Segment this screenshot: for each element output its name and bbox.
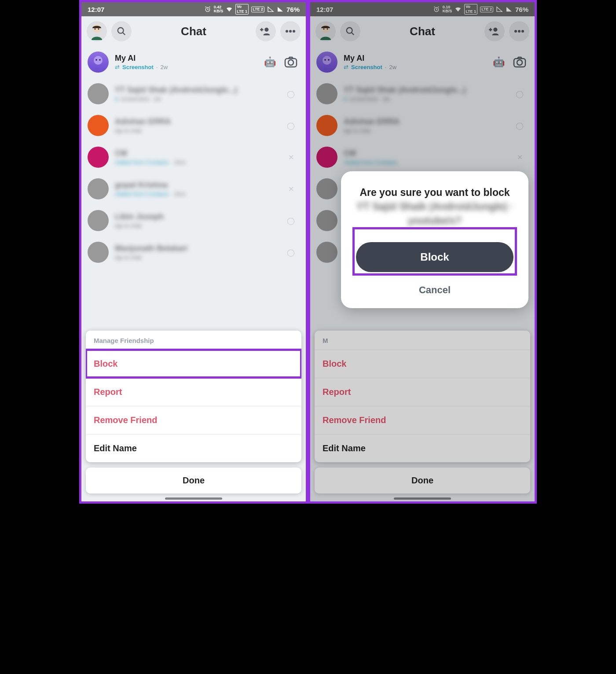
chat-list[interactable]: My AI ⇄ Screenshot · 2w 🤖 YT Sajid S — [81, 46, 306, 268]
screenshot-icon: ⇄ — [115, 64, 120, 70]
status-right: 0.42KB/S VoLTE 1 LTE 2 76% — [204, 4, 300, 15]
chat-subtitle: ⇄ Screenshot · 2w — [344, 64, 493, 70]
chat-row-blurred[interactable]: YT Sajid Shak (AndroidJungle...)● screen… — [310, 78, 535, 110]
remove-friend-option[interactable]: Remove Friend — [315, 406, 530, 434]
status-bar: 12:07 0.42KB/S VoLTE 1 LTE 2 76% — [81, 2, 306, 16]
svg-point-19 — [493, 28, 497, 32]
bitmoji-icon — [88, 22, 106, 40]
chat-row-blurred[interactable]: Adishan ERRAtap to chat◯ — [310, 110, 535, 141]
alarm-icon — [204, 6, 211, 13]
more-button[interactable] — [509, 21, 529, 41]
page-title: Chat — [181, 25, 206, 38]
signal-icon-2 — [277, 6, 284, 13]
svg-point-17 — [327, 29, 328, 30]
svg-point-11 — [99, 59, 101, 61]
camera-icon — [284, 56, 297, 68]
phone-left: 12:07 0.42KB/S VoLTE 1 LTE 2 76% — [79, 0, 308, 504]
chat-row-myai[interactable]: My AI ⇄ Screenshot · 2w 🤖 — [310, 46, 535, 78]
report-option[interactable]: Report — [86, 378, 301, 406]
block-confirm-dialog: Are you sure you want to block YT Sajid … — [341, 171, 528, 308]
svg-point-9 — [94, 56, 103, 65]
signal-icon-2 — [506, 6, 513, 13]
phone-right: 12:07 0.10KB/S VoLTE 1 LTE 2 76% — [308, 0, 537, 504]
status-time: 12:07 — [316, 6, 333, 13]
svg-point-24 — [324, 59, 326, 61]
svg-point-10 — [95, 59, 97, 61]
manage-friendship-sheet: M Block Report Remove Friend Edit Name D… — [315, 331, 530, 494]
wifi-icon — [455, 6, 462, 13]
profile-avatar-button[interactable] — [315, 21, 336, 41]
sheet-title: M — [315, 331, 530, 350]
status-bar: 12:07 0.10KB/S VoLTE 1 LTE 2 76% — [310, 2, 535, 16]
avatar-myai — [316, 52, 337, 73]
status-kbs: 0.10KB/S — [443, 5, 452, 13]
add-friend-button[interactable] — [484, 21, 505, 41]
svg-point-1 — [93, 25, 101, 33]
chat-row-blurred[interactable]: Adishan ERRAtap to chat◯ — [81, 110, 306, 141]
camera-button[interactable] — [282, 53, 300, 71]
camera-icon — [513, 56, 526, 68]
search-icon — [345, 26, 355, 36]
cancel-button[interactable]: Cancel — [353, 284, 516, 296]
dialog-message: Are you sure you want to block YT Sajid … — [353, 185, 516, 228]
camera-button[interactable] — [511, 53, 528, 71]
chat-row-blurred[interactable]: YT Sajid Shak (AndroidJungle...)● screen… — [81, 78, 306, 110]
search-button[interactable] — [111, 21, 132, 41]
chat-row-blurred[interactable]: Libin Josephtap to chat◯ — [81, 205, 306, 236]
report-option[interactable]: Report — [315, 378, 530, 406]
chat-row-myai[interactable]: My AI ⇄ Screenshot · 2w 🤖 — [81, 46, 306, 78]
chat-header: Chat — [310, 16, 535, 46]
lte2-icon: LTE 2 — [480, 7, 493, 12]
block-option[interactable]: Block — [86, 350, 301, 378]
lte1-icon: VoLTE 1 — [235, 4, 249, 15]
chat-row-blurred[interactable]: CMAdded from Contacts · 3mo✕ — [81, 141, 306, 173]
signal-icon-1 — [496, 6, 503, 13]
more-button[interactable] — [280, 21, 301, 41]
ellipsis-icon — [514, 29, 524, 33]
chat-name: My AI — [344, 54, 493, 63]
status-right: 0.10KB/S VoLTE 1 LTE 2 76% — [433, 4, 528, 15]
search-icon — [117, 26, 126, 36]
svg-point-20 — [514, 30, 517, 33]
edit-name-option[interactable]: Edit Name — [315, 434, 530, 462]
chat-row-blurred[interactable]: gopal KrishnaAdded from Contacts · 3mo✕ — [81, 173, 306, 205]
avatar-myai — [88, 52, 109, 73]
svg-point-6 — [286, 30, 288, 33]
svg-point-25 — [328, 59, 330, 61]
screenshot-icon: ⇄ — [344, 64, 348, 70]
lte2-icon: LTE 2 — [251, 7, 264, 12]
chat-row-blurred[interactable]: Manjunath Belakaritap to chat◯ — [81, 236, 306, 268]
confirm-block-button[interactable]: Block — [356, 242, 513, 272]
status-battery: 76% — [286, 6, 300, 13]
block-option[interactable]: Block — [315, 350, 530, 378]
done-button[interactable]: Done — [86, 468, 301, 494]
bot-avatar-icon — [318, 53, 336, 71]
svg-point-3 — [98, 29, 99, 30]
chat-header: Chat — [81, 16, 306, 46]
chat-name: My AI — [115, 54, 264, 63]
svg-point-23 — [323, 56, 331, 65]
manage-friendship-sheet: Manage Friendship Block Report Remove Fr… — [86, 331, 301, 494]
chat-row-blurred[interactable]: CMAdded from Contacts✕ — [310, 141, 535, 173]
camera-button[interactable]: ◯ — [282, 85, 300, 103]
sheet-title: Manage Friendship — [86, 331, 301, 350]
svg-point-21 — [518, 30, 521, 33]
add-friend-button[interactable] — [256, 21, 276, 41]
home-indicator[interactable] — [165, 497, 222, 500]
wifi-icon — [226, 6, 233, 13]
status-battery: 76% — [515, 6, 528, 13]
bitmoji-icon — [317, 22, 334, 40]
svg-point-27 — [517, 60, 522, 65]
svg-point-15 — [322, 25, 330, 33]
svg-point-22 — [521, 30, 524, 33]
search-button[interactable] — [340, 21, 360, 41]
remove-friend-option[interactable]: Remove Friend — [86, 406, 301, 434]
profile-avatar-button[interactable] — [87, 21, 107, 41]
robot-icon: 🤖 — [493, 56, 505, 68]
edit-name-option[interactable]: Edit Name — [86, 434, 301, 462]
svg-point-13 — [288, 60, 293, 65]
lte1-icon: VoLTE 1 — [464, 4, 477, 15]
home-indicator[interactable] — [394, 497, 451, 500]
ellipsis-icon — [285, 29, 296, 33]
done-button[interactable]: Done — [315, 468, 530, 494]
